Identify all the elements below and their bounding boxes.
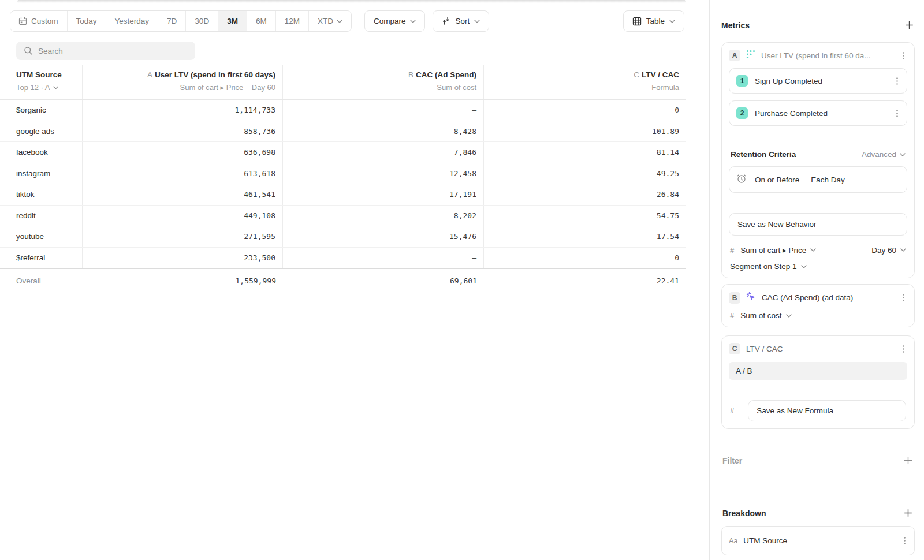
chevron-down-icon <box>337 20 342 23</box>
metric-c-header[interactable]: C LTV / CAC <box>729 343 907 354</box>
sort-button[interactable]: Sort <box>433 10 489 32</box>
divider <box>729 390 907 390</box>
behavior-step-2[interactable]: 2 Purchase Completed <box>729 100 907 126</box>
numeric-type-icon: # <box>730 246 734 255</box>
date-range-7d[interactable]: 7D <box>158 11 185 31</box>
segment-on-step-dropdown[interactable]: Segment on Step 1 <box>730 262 807 271</box>
table-row[interactable]: $organic 1,114,733 – 0 <box>0 100 686 121</box>
column-header-a[interactable]: AUser LTV (spend in first 60 days) Sum o… <box>83 65 283 99</box>
view-selector-button[interactable]: Table <box>623 10 684 32</box>
metric-a-menu-button[interactable] <box>900 50 907 61</box>
metric-b-card: B CAC (Ad Spend) (ad data) # Sum of cost <box>721 284 915 327</box>
criteria-window[interactable]: Each Day <box>811 176 845 184</box>
add-metric-button[interactable] <box>904 20 915 31</box>
table-row[interactable]: instagram 613,618 12,458 49.25 <box>0 163 686 185</box>
numeric-type-icon: # <box>730 406 734 415</box>
calendar-icon <box>18 17 27 25</box>
retention-criteria-card[interactable]: On or Before Each Day <box>729 166 907 193</box>
measure-property-dropdown[interactable]: Sum of cart ▸ Price <box>740 245 816 255</box>
date-range-custom[interactable]: Custom <box>10 11 67 31</box>
step-1-menu-button[interactable] <box>893 76 901 87</box>
row-limit-label: Top 12 · A <box>16 83 50 92</box>
magic-cursor-icon <box>746 292 756 304</box>
date-range-30d[interactable]: 30D <box>185 11 218 31</box>
metric-c-badge: C <box>729 343 740 354</box>
add-breakdown-button[interactable] <box>903 507 914 518</box>
search-input[interactable] <box>16 42 195 60</box>
breakdown-menu-button[interactable] <box>901 535 908 546</box>
metric-a-header[interactable]: A User LTV (spend in first 60 da... <box>729 50 907 61</box>
breakdown-item-utm-source[interactable]: Aa UTM Source <box>721 526 915 555</box>
date-range-control: Custom Today Yesterday 7D 30D 3M 6M 12M … <box>10 10 352 32</box>
column-header-c[interactable]: CLTV / CAC Formula <box>484 65 686 99</box>
top-card-edge <box>17 0 686 3</box>
metric-b-badge: B <box>729 292 740 304</box>
metric-a-measure-row: # Sum of cart ▸ Price Day 60 <box>729 245 907 255</box>
chevron-down-icon <box>801 265 807 268</box>
table-body: $organic 1,114,733 – 0 google ads 858,73… <box>0 100 686 268</box>
date-range-yesterday[interactable]: Yesterday <box>106 11 158 31</box>
table-row[interactable]: reddit 449,108 8,202 54.75 <box>0 206 686 227</box>
table-grid-icon <box>632 17 642 26</box>
app-root: Custom Today Yesterday 7D 30D 3M 6M 12M … <box>0 0 924 560</box>
table-row[interactable]: youtube 271,595 15,476 17.54 <box>0 226 686 248</box>
chevron-down-icon <box>900 153 906 156</box>
numeric-type-icon: # <box>730 311 734 320</box>
divider <box>729 203 907 203</box>
date-range-xtd[interactable]: XTD <box>308 11 351 31</box>
retention-mode-dropdown[interactable]: Advanced <box>862 150 906 159</box>
metric-c-menu-button[interactable] <box>900 344 907 354</box>
measure-window-dropdown[interactable]: Day 60 <box>871 246 906 255</box>
chevron-down-icon <box>474 20 480 23</box>
save-as-new-formula-button[interactable]: Save as New Formula <box>748 400 906 421</box>
chevron-down-icon <box>53 86 58 89</box>
compare-button[interactable]: Compare <box>364 10 426 32</box>
formula-save-row: # Save as New Formula <box>729 400 907 421</box>
column-header-b[interactable]: BCAC (Ad Spend) Sum of cost <box>283 65 484 99</box>
table-row[interactable]: tiktok 461,541 17,191 26.84 <box>0 184 686 206</box>
metrics-title: Metrics <box>721 21 750 30</box>
behavior-step-1[interactable]: 1 Sign Up Completed <box>729 68 907 94</box>
chevron-down-icon <box>900 248 906 252</box>
formula-input[interactable]: A / B <box>729 362 907 380</box>
filter-title: Filter <box>722 456 742 465</box>
date-range-6m[interactable]: 6M <box>247 11 275 31</box>
date-range-3m[interactable]: 3M <box>218 11 247 31</box>
save-as-new-behavior-button[interactable]: Save as New Behavior <box>729 213 907 236</box>
sort-arrows-icon <box>442 17 450 25</box>
measure-property-dropdown[interactable]: Sum of cost <box>740 311 791 320</box>
string-type-icon: Aa <box>729 537 737 545</box>
table-row[interactable]: facebook 636,698 7,846 81.14 <box>0 142 686 163</box>
metric-b-title: CAC (Ad Spend) (ad data) <box>762 293 894 302</box>
step-event-label: Purchase Completed <box>755 109 886 118</box>
metric-c-card: C LTV / CAC A / B # Save as New Formula <box>721 335 915 429</box>
step-2-menu-button[interactable] <box>893 108 901 119</box>
alarm-clock-icon <box>736 173 747 186</box>
criteria-condition[interactable]: On or Before <box>755 176 799 184</box>
breakdown-title: Breakdown <box>722 509 766 518</box>
date-range-today[interactable]: Today <box>67 11 106 31</box>
metric-b-menu-button[interactable] <box>900 292 907 303</box>
chevron-down-icon <box>810 248 816 252</box>
search-icon <box>24 46 33 58</box>
query-builder-sidebar: Metrics A User LTV (spend in first 60 da… <box>709 0 924 560</box>
chevron-down-icon <box>410 20 416 23</box>
main-content: Custom Today Yesterday 7D 30D 3M 6M 12M … <box>0 0 709 560</box>
table-row[interactable]: $referral 233,500 – 0 <box>0 248 686 269</box>
metric-b-measure-row: # Sum of cost <box>729 311 907 320</box>
toolbar: Custom Today Yesterday 7D 30D 3M 6M 12M … <box>10 10 709 32</box>
breakdown-section-header: Breakdown <box>721 507 915 518</box>
add-filter-button[interactable] <box>903 455 914 466</box>
metric-c-title: LTV / CAC <box>746 345 894 353</box>
table-overall-row: Overall 1,559,999 69,601 22.41 <box>0 268 686 292</box>
table-row[interactable]: google ads 858,736 8,428 101.89 <box>0 121 686 143</box>
date-range-12m[interactable]: 12M <box>275 11 308 31</box>
metric-b-header[interactable]: B CAC (Ad Spend) (ad data) <box>729 292 907 304</box>
filter-section-header: Filter <box>721 455 915 466</box>
retention-criteria-row: Retention Criteria Advanced <box>729 150 907 159</box>
column-header-utm-source[interactable]: UTM Source Top 12 · A <box>0 65 83 99</box>
step-event-label: Sign Up Completed <box>755 77 886 85</box>
chevron-down-icon <box>786 314 792 318</box>
behavior-icon <box>746 50 755 61</box>
table-header: UTM Source Top 12 · A AUser LTV (spend i… <box>0 65 686 100</box>
